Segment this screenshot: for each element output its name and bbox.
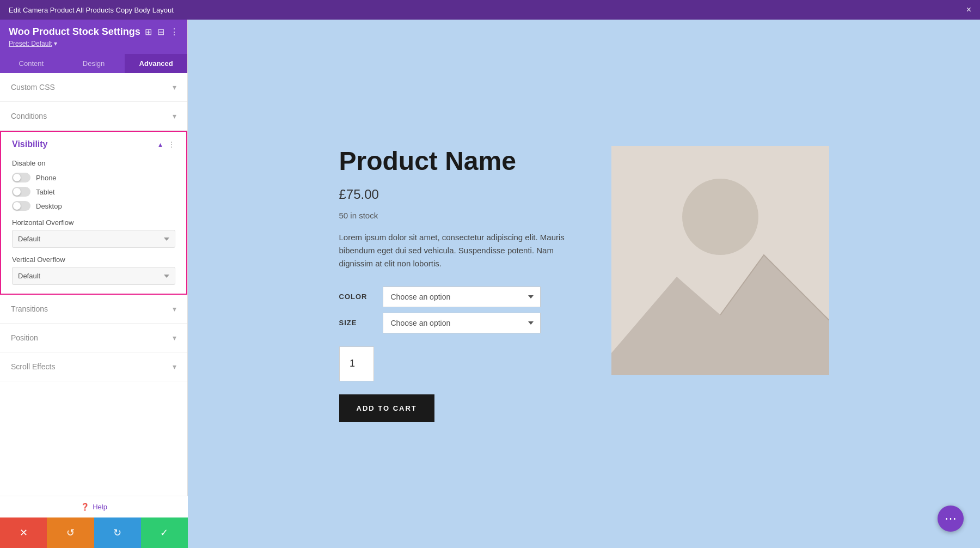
phone-label: Phone	[36, 174, 57, 182]
tab-design[interactable]: Design	[63, 54, 125, 73]
desktop-toggle[interactable]	[12, 201, 30, 211]
color-option-row: COLOR Choose an option	[339, 287, 568, 307]
scroll-effects-section[interactable]: Scroll Effects ▾	[0, 352, 187, 381]
phone-toggle[interactable]	[12, 173, 30, 182]
undo-button[interactable]: ↺	[47, 517, 94, 548]
product-image-placeholder	[611, 146, 829, 375]
fab-button[interactable]: ⋯	[938, 506, 964, 532]
phone-toggle-row: Phone	[12, 173, 175, 182]
quantity-input[interactable]	[339, 346, 374, 381]
horizontal-overflow-select[interactable]: Default Visible Hidden Scroll Auto	[12, 230, 175, 248]
product-image	[611, 146, 829, 375]
save-button[interactable]: ✓	[141, 517, 188, 548]
color-label: COLOR	[339, 293, 372, 301]
sidebar-actions: ✕ ↺ ↻ ✓	[0, 517, 188, 548]
custom-css-section[interactable]: Custom CSS ▾	[0, 73, 187, 102]
visibility-menu-icon[interactable]: ⋮	[168, 140, 175, 149]
help-section: ❓ Help	[0, 496, 188, 517]
grid-icon[interactable]: ⊞	[145, 27, 152, 37]
dots-icon[interactable]: ⋮	[170, 27, 179, 37]
disable-on-label: Disable on	[12, 159, 175, 167]
columns-icon[interactable]: ⊟	[157, 27, 164, 37]
sidebar: Woo Product Stock Settings ⊞ ⊟ ⋮ Preset:…	[0, 20, 188, 548]
desktop-label: Desktop	[36, 202, 62, 210]
visibility-section: Visibility ▴ ⋮ Disable on Phone Tablet	[0, 131, 187, 295]
size-option-row: SIZE Choose an option	[339, 313, 568, 333]
sidebar-header: Woo Product Stock Settings ⊞ ⊟ ⋮ Preset:…	[0, 20, 187, 54]
undo-icon: ↺	[66, 527, 75, 539]
size-select[interactable]: Choose an option	[383, 313, 541, 333]
tablet-toggle[interactable]	[12, 187, 30, 197]
help-text: Help	[93, 503, 107, 511]
scroll-effects-chevron: ▾	[173, 362, 176, 371]
product-description: Lorem ipsum dolor sit amet, consectetur …	[339, 231, 568, 270]
position-section[interactable]: Position ▾	[0, 324, 187, 352]
horizontal-overflow-label: Horizontal Overflow	[12, 218, 175, 227]
vertical-overflow-label: Vertical Overflow	[12, 255, 175, 264]
cancel-button[interactable]: ✕	[0, 517, 47, 548]
tab-content[interactable]: Content	[0, 54, 63, 73]
main-content: Product Name £75.00 50 in stock Lorem ip…	[188, 20, 980, 548]
redo-icon: ↻	[113, 527, 121, 539]
vertical-overflow-section: Vertical Overflow Default Visible Hidden…	[12, 255, 175, 285]
conditions-chevron: ▾	[173, 112, 176, 120]
visibility-controls: ▴ ⋮	[158, 140, 175, 149]
transitions-label: Transitions	[11, 305, 48, 313]
help-link[interactable]: ❓ Help	[7, 503, 181, 511]
sidebar-content: Custom CSS ▾ Conditions ▾ Visibility ▴ ⋮	[0, 73, 187, 548]
visibility-body: Disable on Phone Tablet Desktop Ho	[1, 159, 186, 294]
product-info: Product Name £75.00 50 in stock Lorem ip…	[339, 146, 568, 422]
custom-css-chevron: ▾	[173, 83, 176, 92]
size-label: SIZE	[339, 319, 372, 327]
fab-icon: ⋯	[945, 512, 957, 526]
preset-label[interactable]: Preset: Default ▾	[9, 40, 179, 47]
tab-advanced[interactable]: Advanced	[125, 54, 187, 73]
position-label: Position	[11, 333, 38, 342]
custom-css-label: Custom CSS	[11, 83, 55, 92]
svg-point-1	[682, 179, 758, 255]
cancel-icon: ✕	[20, 527, 28, 539]
conditions-label: Conditions	[11, 112, 47, 120]
title-bar-text: Edit Camera Product All Products Copy Bo…	[9, 6, 174, 14]
close-icon[interactable]: ×	[966, 5, 971, 15]
transitions-chevron: ▾	[173, 305, 176, 313]
product-card: Product Name £75.00 50 in stock Lorem ip…	[317, 124, 851, 444]
scroll-effects-label: Scroll Effects	[11, 362, 55, 371]
add-to-cart-button[interactable]: ADD TO CART	[339, 394, 434, 422]
product-name: Product Name	[339, 146, 568, 176]
product-options: COLOR Choose an option SIZE Choose an op…	[339, 287, 568, 333]
header-icons: ⊞ ⊟ ⋮	[145, 27, 179, 37]
product-stock: 50 in stock	[339, 211, 568, 220]
position-chevron: ▾	[173, 333, 176, 342]
sidebar-tabs: Content Design Advanced	[0, 54, 187, 73]
product-price: £75.00	[339, 187, 568, 202]
visibility-collapse-icon[interactable]: ▴	[158, 140, 162, 149]
vertical-overflow-select[interactable]: Default Visible Hidden Scroll Auto	[12, 267, 175, 285]
color-select[interactable]: Choose an option	[383, 287, 541, 307]
redo-button[interactable]: ↻	[94, 517, 141, 548]
tablet-toggle-row: Tablet	[12, 187, 175, 197]
save-icon: ✓	[160, 527, 168, 539]
module-title: Woo Product Stock Settings	[9, 26, 140, 38]
horizontal-overflow-section: Horizontal Overflow Default Visible Hidd…	[12, 218, 175, 248]
conditions-section[interactable]: Conditions ▾	[0, 102, 187, 131]
transitions-section[interactable]: Transitions ▾	[0, 295, 187, 324]
help-circle-icon: ❓	[81, 503, 89, 511]
tablet-label: Tablet	[36, 188, 55, 196]
visibility-header: Visibility ▴ ⋮	[1, 132, 186, 157]
desktop-toggle-row: Desktop	[12, 201, 175, 211]
title-bar: Edit Camera Product All Products Copy Bo…	[0, 0, 980, 20]
visibility-title: Visibility	[12, 139, 48, 149]
